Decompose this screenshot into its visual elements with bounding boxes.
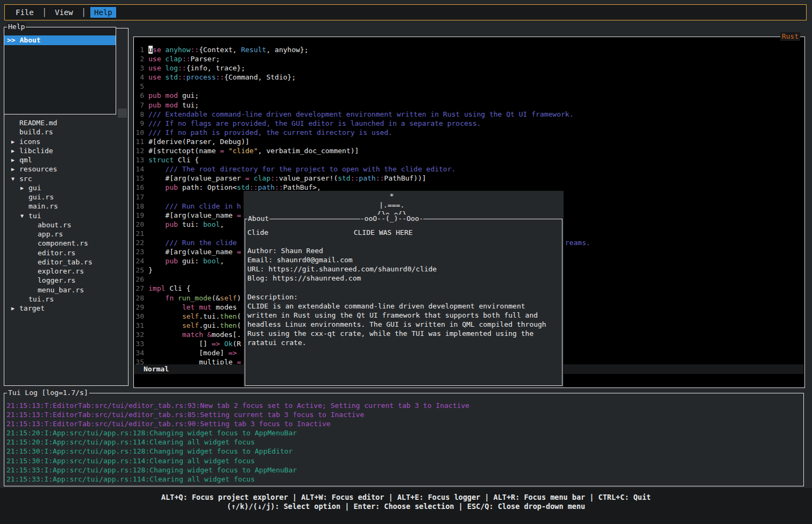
explorer-item-gui[interactable]: ▶gui: [4, 183, 127, 192]
menu-separator: │: [77, 8, 90, 17]
log-entry: 21:15:33:I:App:src/tui/app.rs:128:Changi…: [6, 465, 469, 475]
code-token: gui:: [182, 257, 203, 265]
code-token: #[arg(value_name: [148, 248, 237, 256]
menu-item-help[interactable]: Help: [90, 7, 116, 18]
chevron-right-icon: ▶: [11, 146, 19, 155]
code-token: PathBuf))]: [384, 174, 426, 182]
about-box-rows: ClideCLIDE WAS HEREAuthor: Shaun ReedEma…: [245, 219, 562, 347]
explorer-item-target[interactable]: ▶target: [4, 304, 127, 313]
code-token: ::: [270, 174, 279, 182]
line-number: 24: [135, 256, 144, 265]
ascii-art-line: *: [232, 191, 552, 200]
explorer-item-build-rs[interactable]: build.rs: [4, 127, 127, 137]
explorer-item-icons[interactable]: ▶icons: [4, 137, 127, 146]
code-token: (R: [233, 340, 241, 348]
about-row: [245, 283, 562, 292]
line-number: 13: [135, 155, 144, 164]
code-line[interactable]: 3use log::{info, trace};: [135, 63, 803, 73]
code-token: [148, 312, 182, 320]
explorer-item-gui-rs[interactable]: gui.rs: [4, 192, 127, 202]
code-token: ::: [178, 73, 187, 81]
code-line[interactable]: 7pub mod tui;: [135, 101, 803, 110]
dropdown-item-about[interactable]: >> About: [4, 35, 116, 45]
code-token: .gui.: [199, 321, 220, 329]
explorer-item-readme-md[interactable]: README.md: [4, 118, 127, 127]
explorer-scrollbar-thumb[interactable]: [118, 109, 127, 118]
line-number: 10: [135, 128, 144, 137]
explorer-item-menu-bar-rs[interactable]: menu_bar.rs: [4, 285, 127, 295]
code-token: #[arg(value_parser: [148, 174, 245, 182]
explorer-item-label: qml: [19, 155, 32, 164]
explorer-item-label: editor_tab.rs: [38, 257, 92, 267]
code-token: [148, 183, 165, 191]
chevron-right-icon: ▶: [11, 155, 19, 164]
code-token: std: [338, 174, 350, 182]
editor-mode-label: Normal: [144, 365, 169, 373]
explorer-item-logger-rs[interactable]: logger.rs: [4, 276, 127, 285]
code-token: modes[.: [211, 331, 241, 339]
code-token: use: [148, 55, 165, 63]
explorer-item-resources[interactable]: ▶resources: [4, 164, 127, 174]
menu-item-file[interactable]: File: [12, 7, 38, 18]
explorer-item-qml[interactable]: ▶qml: [4, 155, 127, 164]
code-token: Cli {: [169, 284, 190, 292]
code-token: {info, trace};: [186, 64, 245, 72]
explorer-item-src[interactable]: ▼src: [4, 174, 127, 183]
code-line[interactable]: 14 /// The root directory for the projec…: [135, 164, 803, 174]
explorer-item-label: build.rs: [19, 127, 53, 137]
explorer-item-label: target: [19, 304, 45, 313]
explorer-item-component-rs[interactable]: component.rs: [4, 239, 127, 248]
code-token: [148, 239, 165, 247]
code-line[interactable]: 6pub mod gui;: [135, 91, 803, 100]
code-token: /// Run clide in h: [165, 202, 241, 210]
log-entry: 21:15:20:I:App:src/tui/app.rs:114:Cleari…: [6, 437, 469, 447]
about-row-text: Author: Shaun Reed: [247, 247, 323, 255]
code-line[interactable]: 12#[structopt(name = "clide", verbatim_d…: [135, 146, 803, 155]
menu-item-view[interactable]: View: [51, 7, 77, 18]
code-line[interactable]: 10/// If no path is provided, the curren…: [135, 128, 803, 137]
about-box-title: About: [247, 214, 269, 223]
explorer-item-tui[interactable]: ▼tui: [4, 211, 127, 220]
code-token: path: Option<: [182, 183, 237, 191]
code-line[interactable]: 5: [135, 82, 803, 91]
code-line[interactable]: 2use clap::Parser;: [135, 54, 803, 63]
code-token: ::: [178, 64, 187, 72]
code-line[interactable]: 11#[derive(Parser, Debug)]: [135, 137, 803, 146]
about-row-text: CLIDE is an extendable command-line driv…: [247, 302, 525, 310]
code-token: self: [182, 321, 199, 329]
code-token: []: [148, 340, 211, 348]
code-line[interactable]: 15 #[arg(value_parser = clap::value_pars…: [135, 174, 803, 183]
explorer-item-main-rs[interactable]: main.rs: [4, 202, 127, 211]
code-token: use: [148, 64, 165, 72]
code-line[interactable]: 1use anyhow::{Context, Result, anyhow};: [135, 45, 803, 54]
line-number: 28: [135, 293, 144, 303]
explorer-item-libclide[interactable]: ▶libclide: [4, 146, 127, 155]
log-entry: 21:15:30:I:App:src/tui/app.rs:128:Changi…: [6, 447, 469, 456]
tui-log-panel: Tui Log [log=1.7/s] 21:15:13:T:EditorTab…: [4, 393, 804, 486]
code-token: self: [220, 294, 237, 302]
line-number: 31: [135, 321, 144, 330]
code-line[interactable]: 8/// Extendable command-line driven deve…: [135, 110, 803, 119]
explorer-item-editor-rs[interactable]: editor.rs: [4, 248, 127, 257]
code-line[interactable]: 4use std::process::{Command, Stdio};: [135, 73, 803, 82]
explorer-item-tui-rs[interactable]: tui.rs: [4, 295, 127, 304]
code-line[interactable]: 13struct Cli {: [135, 155, 803, 164]
about-row-text: Email: shaunrd0@gmail.com: [247, 256, 353, 264]
about-row-text: URL: https://git.shaunreed.com/shaunrd0/…: [247, 265, 437, 273]
explorer-item-explorer-rs[interactable]: explorer.rs: [4, 267, 127, 276]
line-number: 16: [135, 183, 144, 192]
about-popup: *|.===.{}o o{} About -ooO--(_)--Ooo- Cli…: [244, 191, 564, 387]
code-token: pub: [165, 257, 182, 265]
code-token: pub mod: [148, 101, 182, 109]
about-row: Email: shaunrd0@gmail.com: [245, 255, 562, 264]
explorer-item-app-rs[interactable]: app.rs: [4, 229, 127, 239]
code-token: modes: [216, 303, 237, 311]
code-token: Parser;: [190, 55, 220, 63]
explorer-item-about-rs[interactable]: about.rs: [4, 220, 127, 229]
code-line[interactable]: 9/// If no flags are provided, the GUI e…: [135, 119, 803, 128]
line-number: 34: [135, 348, 144, 357]
line-number: 22: [135, 238, 144, 247]
line-number: 12: [135, 146, 144, 155]
code-token: =>: [211, 340, 224, 348]
explorer-item-editor-tab-rs[interactable]: editor_tab.rs: [4, 257, 127, 267]
